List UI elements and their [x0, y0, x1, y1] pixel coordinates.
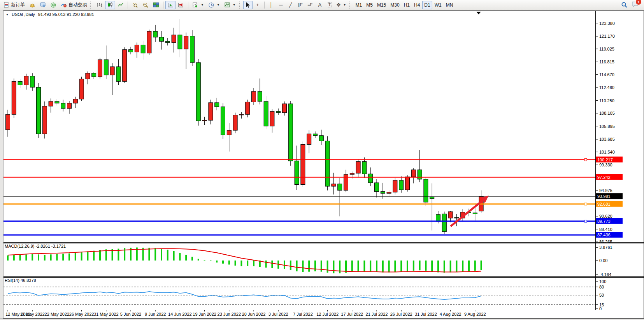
candle-body: [233, 115, 237, 130]
candle-body: [411, 170, 416, 177]
candle-body: [430, 197, 434, 199]
bar-chart-button[interactable]: [95, 1, 105, 9]
candle-body: [356, 161, 360, 173]
macd-bar: [222, 261, 224, 264]
label-tool-button[interactable]: T: [325, 1, 334, 9]
new-order-button[interactable]: 新订单: [2, 1, 27, 9]
svg-text:123.380: 123.380: [599, 21, 615, 26]
timeframe-button-M5[interactable]: M5: [364, 1, 375, 9]
hline-handle[interactable]: [584, 203, 587, 205]
horizontal-line-tool-button[interactable]: ─: [276, 1, 286, 9]
candle-body: [325, 141, 330, 186]
timeframe-button-H4[interactable]: H4: [412, 1, 422, 9]
fibonacci-tool-button[interactable]: ≡F: [305, 1, 315, 9]
candlestick-chart-button[interactable]: [105, 1, 115, 9]
date-label: 28 Jun 2022: [242, 312, 266, 317]
window-frame-bottom: [0, 318, 644, 320]
auto-scroll-button[interactable]: [165, 1, 175, 9]
candle-body: [264, 101, 268, 126]
timeframe-button-H1[interactable]: H1: [402, 1, 412, 9]
chart-frame: [4, 11, 644, 318]
market-watch-button[interactable]: [27, 1, 37, 9]
templates-button[interactable]: ▼: [222, 1, 238, 9]
chart-shift-button[interactable]: [176, 1, 186, 9]
svg-text:110.250: 110.250: [599, 98, 614, 103]
zoom-in-button[interactable]: [130, 1, 140, 9]
timeframe-button-M1[interactable]: M1: [354, 1, 364, 9]
timeframe-button-W1[interactable]: W1: [433, 1, 444, 9]
periods-button[interactable]: ▼: [206, 1, 222, 9]
date-label: 9 Jun 2022: [145, 312, 166, 317]
date-label: 31 May 2022: [94, 312, 119, 317]
macd-bar: [431, 261, 433, 272]
macd-bar: [351, 261, 353, 272]
macd-bar: [388, 261, 390, 272]
crosshair-icon: +: [256, 2, 259, 7]
timeframe-button-D1[interactable]: D1: [422, 1, 432, 9]
macd-bar: [284, 261, 285, 269]
notifications-button[interactable]: 1: [632, 1, 639, 9]
toolbar-separator: [188, 2, 188, 9]
timeframe-button-M15[interactable]: M15: [375, 1, 388, 9]
candle-body: [92, 73, 96, 77]
trendline-icon: ╱: [289, 2, 292, 7]
svg-text:50: 50: [599, 293, 604, 297]
crosshair-tool-button[interactable]: +: [253, 1, 262, 9]
candle-body: [67, 103, 72, 108]
channel-tool-button[interactable]: ∥E: [296, 1, 305, 9]
timeframe-button-M30[interactable]: M30: [388, 1, 401, 9]
macd-bar: [19, 255, 21, 261]
macd-bar: [75, 253, 76, 261]
text-tool-icon: A: [318, 2, 321, 7]
auto-trading-button[interactable]: 自动交易: [59, 1, 89, 9]
timeframe-button-MN[interactable]: MN: [444, 1, 455, 9]
candle-body: [473, 213, 477, 214]
candle-body: [276, 112, 281, 113]
indicators-button[interactable]: ▼: [190, 1, 206, 9]
macd-bar: [240, 261, 242, 266]
strategy-tester-button[interactable]: [48, 1, 58, 9]
chevron-down-icon: ▼: [201, 3, 204, 7]
zoom-in-icon: [132, 2, 138, 8]
hline-handle[interactable]: [584, 159, 587, 161]
data-window-button[interactable]: [38, 1, 48, 9]
candle-body: [98, 59, 102, 77]
line-chart-button[interactable]: [116, 1, 126, 9]
macd-bar: [308, 261, 310, 272]
candle-body: [123, 50, 127, 82]
chart-canvas[interactable]: 123.380121.170119.025116.815114.670112.4…: [0, 0, 644, 320]
macd-bar: [87, 252, 88, 261]
candle-body: [135, 45, 139, 52]
search-icon[interactable]: [621, 2, 628, 8]
cursor-tool-button[interactable]: [243, 1, 253, 9]
chart-end-marker[interactable]: [476, 12, 481, 14]
toolbar-grip[interactable]: [90, 2, 92, 9]
fibonacci-icon: ≡F: [307, 3, 312, 7]
trendline-tool-button[interactable]: ╱: [286, 1, 295, 9]
chevron-down-icon: ▼: [233, 3, 236, 7]
macd-bar: [204, 260, 205, 261]
candle-body: [190, 36, 195, 63]
macd-bar: [99, 250, 101, 261]
toolbar-grip[interactable]: [349, 2, 351, 9]
zoom-out-icon: [142, 2, 149, 8]
candle-body: [283, 104, 287, 113]
toolbar-grip[interactable]: [239, 2, 241, 9]
macd-bar: [376, 261, 377, 272]
macd-bar: [228, 261, 230, 264]
arrows-tool-button[interactable]: ✥ ▼: [335, 1, 348, 9]
tile-windows-button[interactable]: [151, 1, 161, 9]
collapse-icon[interactable]: ▼: [6, 13, 9, 16]
zoom-out-button[interactable]: [140, 1, 151, 9]
date-label: 23 Jun 2022: [218, 312, 241, 317]
macd-bar: [400, 261, 402, 272]
macd-bar: [302, 261, 304, 272]
date-axis[interactable]: 12 May 202217 May 202222 May 202226 May …: [5, 310, 486, 317]
text-tool-button[interactable]: A: [315, 1, 325, 9]
macd-bar: [68, 254, 70, 261]
macd-bar: [444, 261, 445, 273]
svg-text:86.265: 86.265: [599, 240, 612, 244]
hline-handle[interactable]: [584, 220, 587, 222]
candle-body: [338, 184, 342, 191]
vertical-line-tool-button[interactable]: │: [267, 1, 276, 9]
